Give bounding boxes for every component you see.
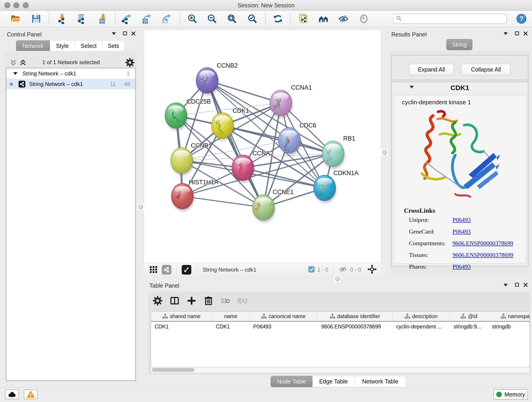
expand-all-networks-icon[interactable]: [19, 60, 27, 67]
tab-network[interactable]: Network: [16, 40, 50, 51]
zoom-selected-button[interactable]: [246, 12, 259, 25]
node-CDKN1A[interactable]: [314, 175, 336, 203]
node-table[interactable]: shared namenamecanonical namedatabase id…: [151, 311, 530, 367]
table-cell[interactable]: CDK1: [212, 324, 249, 330]
tab-style[interactable]: Style: [50, 40, 75, 51]
table-row[interactable]: CDK1CDK1P064939606.ENSP00000378699cyclin…: [151, 322, 530, 332]
table-hscrollbar-thumb[interactable]: [152, 368, 195, 372]
cloud-status-button[interactable]: [5, 390, 19, 399]
import-table-file-button[interactable]: [96, 12, 109, 25]
left-splitter[interactable]: [138, 30, 144, 276]
export-image-button[interactable]: [159, 12, 172, 25]
tab-select[interactable]: Select: [75, 40, 103, 51]
edge-HIST1H1A-CCNE1[interactable]: [182, 196, 264, 207]
view-grid-icon[interactable]: [149, 265, 158, 275]
memory-button[interactable]: Memory: [494, 389, 528, 400]
right-splitter[interactable]: [381, 30, 388, 276]
results-panel-close-icon[interactable]: [523, 31, 528, 37]
birds-eye-toggle-icon[interactable]: [367, 264, 377, 275]
node-CDC6[interactable]: [278, 128, 301, 155]
export-network-button[interactable]: [120, 12, 133, 25]
control-panel-menu-icon[interactable]: [112, 32, 116, 35]
network-canvas[interactable]: CCNB2CCNA1CDC25BCDK1CDC6RB1CCNB1CCNA2CDK…: [144, 30, 381, 263]
tab-network-table[interactable]: Network Table: [355, 376, 406, 387]
show-hide-columns-button[interactable]: [170, 296, 180, 307]
node-CDK1[interactable]: [211, 113, 234, 141]
function-builder-button[interactable]: f(x): [237, 296, 247, 307]
column-header-database-identifier[interactable]: database identifier: [317, 312, 393, 321]
delete-columns-button[interactable]: [203, 296, 214, 307]
network-row-selected[interactable]: String Network – cdk1 11 48: [6, 79, 135, 89]
bottom-splitter-handle[interactable]: [334, 275, 341, 282]
table-cell[interactable]: cyclin-dependent ...: [393, 324, 450, 330]
tab-edge-table[interactable]: Edge Table: [312, 376, 355, 387]
collapse-all-button[interactable]: Collapse All: [462, 64, 510, 75]
table-cell[interactable]: CDK1: [151, 324, 212, 330]
node-CCNB2[interactable]: [196, 68, 219, 96]
save-session-button[interactable]: [30, 12, 43, 25]
column-header-shared-name[interactable]: shared name: [151, 312, 212, 321]
table-cell[interactable]: 9606.ENSP00000378699: [317, 324, 393, 330]
new-network-from-selection-button[interactable]: [297, 12, 310, 25]
search-box[interactable]: [393, 14, 507, 24]
network-graph[interactable]: CCNB2CCNA1CDC25BCDK1CDC6RB1CCNB1CCNA2CDK…: [144, 30, 381, 263]
column-header-namespace[interactable]: namespace: [488, 312, 530, 321]
table-cell[interactable]: stringdb:9...: [450, 324, 488, 330]
refresh-view-button[interactable]: [272, 12, 284, 25]
node-RB1[interactable]: [322, 141, 345, 169]
results-panel-menu-icon[interactable]: [504, 32, 508, 35]
delete-table-button[interactable]: [220, 296, 230, 307]
table-panel-close-icon[interactable]: [523, 283, 528, 288]
collapse-all-networks-icon[interactable]: [9, 60, 17, 67]
edge-CCNB2-CCNE1[interactable]: [207, 80, 264, 207]
open-session-button[interactable]: [9, 12, 22, 25]
column-header-canonical-name[interactable]: canonical name: [249, 312, 317, 321]
crosslink-value[interactable]: P06493: [452, 228, 471, 235]
bottom-splitter[interactable]: [144, 276, 532, 281]
tab-sets[interactable]: Sets: [103, 40, 124, 51]
crosslink-value[interactable]: P06493: [452, 217, 471, 223]
node-CCNA1[interactable]: [270, 90, 293, 118]
selected-checkbox-icon[interactable]: [308, 266, 315, 274]
results-panel-float-icon[interactable]: [515, 32, 519, 35]
detach-view-icon[interactable]: [182, 265, 191, 274]
column-header-name[interactable]: name: [212, 312, 249, 321]
node-CCNB1[interactable]: [171, 148, 194, 176]
first-neighbors-button[interactable]: [317, 12, 330, 25]
hide-selected-button[interactable]: [337, 12, 350, 25]
view-share-icon[interactable]: [162, 265, 171, 274]
crosslink-value[interactable]: 9606.ENSP00000378699: [452, 240, 513, 247]
hidden-eye-slash-icon[interactable]: [339, 266, 347, 274]
crosslink-value[interactable]: P06493: [452, 263, 471, 270]
table-cell[interactable]: stringdb: [488, 324, 530, 330]
left-splitter-handle[interactable]: [137, 204, 144, 211]
import-network-database-button[interactable]: [75, 12, 88, 25]
zoom-fit-button[interactable]: [226, 12, 239, 25]
node-HIST1H1A[interactable]: [171, 183, 194, 211]
tab-string[interactable]: String: [446, 39, 472, 50]
column-header--id[interactable]: @id: [450, 312, 488, 321]
node-CCNA2[interactable]: [232, 155, 255, 183]
table-hscrollbar[interactable]: [151, 367, 530, 373]
table-panel-menu-icon[interactable]: [504, 284, 508, 287]
control-panel-float-icon[interactable]: [123, 32, 127, 35]
collection-expander-icon[interactable]: [13, 72, 17, 75]
expand-all-button[interactable]: Expand All: [409, 64, 454, 75]
tab-node-table[interactable]: Node Table: [271, 376, 312, 387]
create-column-button[interactable]: [186, 296, 196, 307]
node-CCNE1[interactable]: [253, 195, 275, 223]
table-cell[interactable]: P06493: [249, 324, 317, 330]
search-input[interactable]: [404, 16, 504, 22]
network-options-gear-icon[interactable]: [125, 58, 135, 68]
network-collection-row[interactable]: String Network – cdk1 1: [6, 68, 135, 79]
help-button[interactable]: ?: [515, 12, 528, 25]
export-table-button[interactable]: [139, 12, 152, 25]
zoom-in-button[interactable]: [186, 12, 199, 25]
table-panel-float-icon[interactable]: [515, 283, 519, 287]
crosslink-value[interactable]: 9606.ENSP00000378699: [452, 252, 513, 259]
right-splitter-handle[interactable]: [381, 149, 388, 156]
import-network-file-button[interactable]: [56, 12, 69, 25]
control-panel-close-icon[interactable]: [131, 31, 136, 37]
zoom-out-button[interactable]: [206, 12, 219, 25]
show-all-button[interactable]: [357, 12, 370, 25]
